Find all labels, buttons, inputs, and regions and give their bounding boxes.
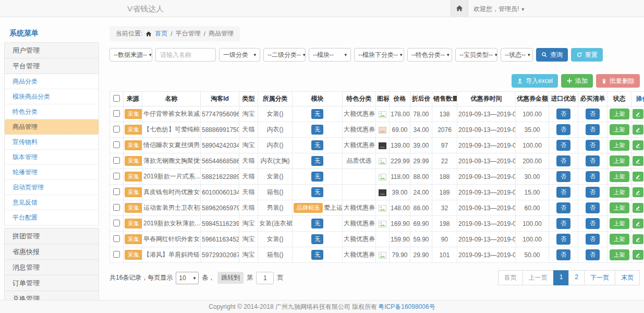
filter-module-select[interactable]: --模块--▾ [309,48,351,62]
row-checkbox[interactable] [113,235,120,242]
import-select-toggle[interactable]: 否 [556,202,570,213]
row-checkbox[interactable] [113,204,120,211]
filter-feature-category-select[interactable]: --特色分类--▾ [407,48,452,62]
table-row: 采集运动套装男士卫衣初秋...589620659791天猫男装()品牌精选爱上运… [110,200,644,216]
page-button-2[interactable]: 2 [568,270,585,285]
must-buy-toggle[interactable]: 否 [586,234,600,245]
row-checkbox[interactable] [113,126,120,133]
must-buy-toggle[interactable]: 否 [586,171,600,182]
edit-button[interactable] [633,187,643,197]
sidebar-item[interactable]: 省惠快报 [4,244,99,260]
import-select-toggle[interactable]: 否 [556,140,570,151]
import-select-toggle[interactable]: 否 [556,109,570,119]
sidebar-item[interactable]: 轮播管理 [4,165,99,180]
status-button[interactable]: 上架 [610,171,629,182]
filter-module-sub-category-select[interactable]: --模块下分类--▾ [354,48,404,62]
sidebar-item[interactable]: 版本管理 [4,150,99,165]
edit-button[interactable] [633,109,643,119]
sidebar-item[interactable]: 消息管理 [4,259,99,275]
sidebar-item[interactable]: 模块商品分类 [4,89,99,104]
edit-button[interactable] [633,172,643,182]
sidebar-item[interactable]: 意见反馈 [4,195,99,210]
sidebar-item[interactable]: 宣传物料 [4,135,99,150]
status-button[interactable]: 上架 [610,249,629,260]
row-checkbox[interactable] [113,157,120,164]
status-button[interactable]: 上架 [610,155,629,166]
edit-button[interactable] [633,140,643,150]
sidebar-item[interactable]: 特色分类 [4,104,99,119]
sidebar-item[interactable]: 用户管理 [4,42,99,58]
edit-button[interactable] [633,156,643,166]
add-button[interactable]: 添加 [561,74,593,88]
import-select-toggle[interactable]: 否 [556,234,570,245]
edit-button[interactable] [633,234,643,244]
must-buy-toggle[interactable]: 否 [586,187,600,198]
sidebar-item[interactable]: 商品分类 [4,74,99,89]
status-button[interactable]: 上架 [610,187,629,198]
jump-page-input[interactable] [256,272,274,284]
breadcrumb-home-link[interactable]: 首页 [155,29,167,38]
row-checkbox[interactable] [113,173,120,179]
must-buy-toggle[interactable]: 否 [586,249,600,260]
must-buy-toggle[interactable]: 否 [586,140,600,151]
filter-level2-category-select[interactable]: --二级分类--▾ [263,48,306,62]
home-button[interactable] [451,0,468,17]
row-checkbox[interactable] [113,141,120,148]
row-checkbox[interactable] [113,220,120,226]
page-button-首页[interactable]: 首页 [498,270,523,285]
discount-price-cell: 88.00 [410,200,432,216]
sidebar-item[interactable]: 平台配置 [4,210,99,225]
user-menu[interactable]: 欢迎您，管理员! ▾ [473,5,524,14]
must-buy-toggle[interactable]: 否 [586,124,600,135]
per-page-select[interactable]: 10 ▾ [176,272,199,284]
import-excel-button[interactable]: 导入excel [512,74,558,88]
must-buy-toggle[interactable]: 否 [586,109,600,119]
coupon-time-cell: 2019-09-13—2019-09-20 [457,138,516,153]
import-select-toggle[interactable]: 否 [556,218,570,229]
must-buy-toggle[interactable]: 否 [586,218,600,229]
reset-button[interactable]: 重置 [571,48,603,62]
page-button-下一页[interactable]: 下一页 [584,270,615,285]
status-button[interactable]: 上架 [610,234,629,245]
page-button-末页[interactable]: 末页 [615,270,640,285]
sidebar-item[interactable]: 平台管理 [4,58,99,74]
filter-item-type-select[interactable]: --宝贝类型--▾ [455,48,497,62]
sidebar-item[interactable]: 启动页管理 [4,180,99,195]
coupon-amount-cell: 35.00 [516,122,549,138]
status-button[interactable]: 上架 [610,109,629,119]
icp-link[interactable]: 粤ICP备16098006号 [378,303,435,311]
search-button[interactable]: 查询 [536,48,568,62]
row-checkbox[interactable] [113,188,120,195]
sidebar-item[interactable]: 拼团管理 [4,228,99,244]
status-button[interactable]: 上架 [610,218,629,229]
product-name-cell: 2019新款一片式系... [142,169,201,185]
status-button[interactable]: 上架 [610,202,629,213]
filter-data-source-select[interactable]: --数据来源--▾ [110,48,152,62]
status-button[interactable]: 上架 [610,124,629,135]
import-select-toggle[interactable]: 否 [556,249,570,260]
sidebar-item[interactable]: 商品管理 [4,119,99,135]
must-buy-toggle[interactable]: 否 [586,155,600,166]
row-checkbox[interactable] [113,251,120,258]
edit-button[interactable] [633,125,643,135]
sidebar-item[interactable]: 订单管理 [4,275,99,291]
filter-name-search-input[interactable] [155,48,216,62]
import-select-toggle[interactable]: 否 [556,187,570,198]
import-select-toggle[interactable]: 否 [556,124,570,135]
status-button[interactable]: 上架 [610,140,629,151]
row-checkbox[interactable] [113,110,120,117]
edit-button[interactable] [633,203,643,213]
page-button-上一页[interactable]: 上一页 [523,270,554,285]
select-all-checkbox[interactable] [113,95,120,102]
import-select-toggle[interactable]: 否 [556,155,570,166]
filter-status-select[interactable]: --状态--▾ [501,48,533,62]
jump-button[interactable]: 跳转到 [217,272,244,284]
filter-level1-category-select[interactable]: 一级分类▾ [219,48,260,62]
import-select-toggle[interactable]: 否 [556,171,570,182]
batch-delete-button[interactable]: 批量删除 [596,74,640,88]
edit-button[interactable] [633,219,643,228]
page-button-1[interactable]: 1 [553,270,569,285]
product-name-cell: 牛仔背带裤女秋装减龄... [142,106,201,122]
must-buy-toggle[interactable]: 否 [586,202,600,213]
edit-button[interactable] [633,250,643,260]
